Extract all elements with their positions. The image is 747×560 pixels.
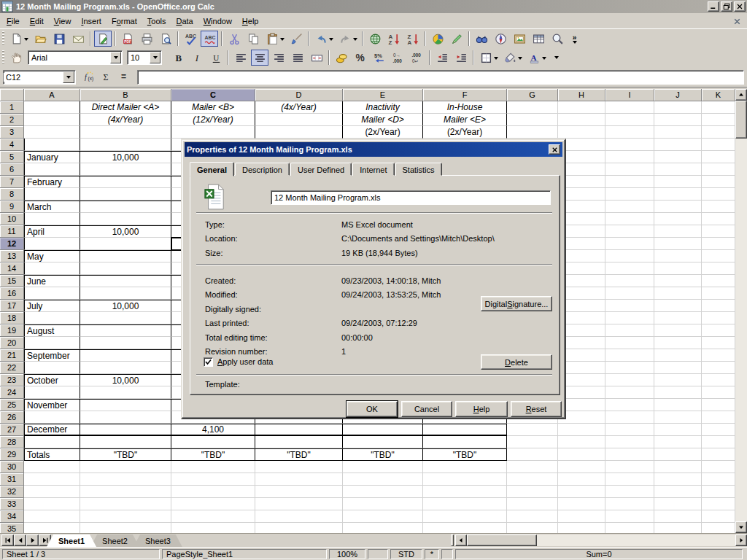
cell-K12[interactable] bbox=[702, 238, 735, 250]
cell-B2[interactable]: (4x/Year) bbox=[80, 114, 171, 126]
cell-K31[interactable] bbox=[702, 473, 735, 486]
digital-signature-button[interactable]: Digital Signature... bbox=[481, 296, 552, 311]
cell-K6[interactable] bbox=[702, 163, 735, 176]
print-button[interactable] bbox=[138, 31, 155, 47]
cell-I22[interactable] bbox=[605, 362, 654, 374]
cell-G32[interactable] bbox=[507, 486, 558, 498]
cut-button[interactable] bbox=[225, 31, 243, 47]
navigator-button[interactable] bbox=[492, 31, 509, 47]
cell-A30[interactable] bbox=[24, 461, 80, 473]
cell-K25[interactable] bbox=[702, 399, 735, 411]
row-header-33[interactable]: 33 bbox=[0, 498, 24, 510]
cell-H30[interactable] bbox=[558, 461, 605, 473]
save-button[interactable] bbox=[50, 31, 68, 47]
cell-B28[interactable] bbox=[80, 436, 171, 448]
cell-K22[interactable] bbox=[702, 362, 735, 374]
cell-I19[interactable] bbox=[605, 324, 654, 337]
cell-I21[interactable] bbox=[605, 349, 654, 362]
cell-D34[interactable] bbox=[255, 510, 343, 523]
cell-K1[interactable] bbox=[702, 101, 735, 114]
cell-K27[interactable] bbox=[702, 424, 735, 436]
cell-H2[interactable] bbox=[558, 114, 605, 126]
cell-F30[interactable] bbox=[423, 461, 507, 473]
cell-G35[interactable] bbox=[507, 523, 558, 533]
cell-D32[interactable] bbox=[255, 486, 343, 498]
row-header-7[interactable]: 7 bbox=[0, 176, 24, 188]
cell-K17[interactable] bbox=[702, 300, 735, 312]
standard-format-button[interactable]: $% bbox=[371, 50, 388, 66]
cell-J29[interactable] bbox=[654, 448, 702, 461]
row-header-27[interactable]: 27 bbox=[0, 424, 24, 436]
percent-button[interactable]: % bbox=[352, 50, 369, 66]
cell-A12[interactable] bbox=[24, 238, 80, 250]
cell-I10[interactable] bbox=[605, 213, 654, 225]
cell-K14[interactable] bbox=[702, 262, 735, 275]
cell-I30[interactable] bbox=[605, 461, 654, 473]
cell-B35[interactable] bbox=[80, 523, 171, 533]
menu-item-file[interactable]: File bbox=[1, 15, 25, 28]
cell-D35[interactable] bbox=[255, 523, 343, 533]
cell-J17[interactable] bbox=[654, 300, 702, 312]
row-header-22[interactable]: 22 bbox=[0, 362, 24, 374]
cell-A1[interactable] bbox=[24, 101, 80, 114]
paste-button[interactable] bbox=[263, 31, 286, 47]
cell-B31[interactable] bbox=[80, 473, 171, 486]
toolbar-grip[interactable] bbox=[2, 31, 4, 46]
cell-J10[interactable] bbox=[654, 213, 702, 225]
sheet-tab-sheet2[interactable]: Sheet2 bbox=[90, 534, 139, 547]
cell-G34[interactable] bbox=[507, 510, 558, 523]
cell-B26[interactable] bbox=[80, 411, 171, 424]
delete-button[interactable]: Delete bbox=[481, 354, 552, 370]
cell-D28[interactable] bbox=[255, 436, 343, 448]
row-header-10[interactable]: 10 bbox=[0, 213, 24, 225]
font-name-dropdown-button[interactable] bbox=[110, 52, 121, 63]
cell-K21[interactable] bbox=[702, 349, 735, 362]
cell-A2[interactable] bbox=[24, 114, 80, 126]
row-header-5[interactable]: 5 bbox=[0, 151, 24, 163]
cell-F3[interactable]: (2x/Year) bbox=[423, 126, 507, 139]
toolbar-overflow-button[interactable]: » bbox=[568, 31, 581, 47]
cell-G29[interactable] bbox=[507, 448, 558, 461]
row-header-29[interactable]: 29 bbox=[0, 448, 24, 461]
row-header-30[interactable]: 30 bbox=[0, 461, 24, 473]
cell-J5[interactable] bbox=[654, 151, 702, 163]
cell-I29[interactable] bbox=[605, 448, 654, 461]
underline-button[interactable]: U bbox=[207, 50, 225, 66]
borders-button[interactable] bbox=[477, 50, 500, 66]
name-box-dropdown-button[interactable] bbox=[63, 71, 74, 83]
merge-cells-button[interactable] bbox=[308, 50, 325, 66]
cell-I3[interactable] bbox=[605, 126, 654, 139]
cell-C2[interactable]: (12x/Year) bbox=[171, 114, 255, 126]
cell-A13[interactable]: May bbox=[24, 250, 80, 262]
cell-D27[interactable] bbox=[255, 424, 343, 436]
cell-F28[interactable] bbox=[423, 436, 507, 448]
menu-item-insert[interactable]: Insert bbox=[76, 15, 107, 28]
cell-J27[interactable] bbox=[654, 424, 702, 436]
cell-C1[interactable]: Mailer <B> bbox=[171, 101, 255, 114]
sort-ascending-button[interactable]: AZ bbox=[385, 31, 403, 47]
cell-J14[interactable] bbox=[654, 262, 702, 275]
cell-A10[interactable] bbox=[24, 213, 80, 225]
insert-chart-button[interactable] bbox=[429, 31, 446, 47]
row-header-28[interactable]: 28 bbox=[0, 436, 24, 448]
cell-A18[interactable] bbox=[24, 312, 80, 324]
close-document-button[interactable] bbox=[731, 15, 743, 27]
cell-K5[interactable] bbox=[702, 151, 735, 163]
cell-C33[interactable] bbox=[171, 498, 255, 510]
cell-B22[interactable] bbox=[80, 362, 171, 374]
cell-K34[interactable] bbox=[702, 510, 735, 523]
cell-J25[interactable] bbox=[654, 399, 702, 411]
cell-G3[interactable] bbox=[507, 126, 558, 139]
cell-K30[interactable] bbox=[702, 461, 735, 473]
tab-splitter-handle[interactable] bbox=[451, 534, 454, 546]
cell-I23[interactable] bbox=[605, 374, 654, 386]
decrease-indent-button[interactable] bbox=[433, 50, 451, 66]
background-color-button[interactable] bbox=[501, 50, 524, 66]
gallery-button[interactable] bbox=[511, 31, 528, 47]
cell-K19[interactable] bbox=[702, 324, 735, 337]
cell-B4[interactable] bbox=[80, 139, 171, 151]
cell-J9[interactable] bbox=[654, 201, 702, 213]
sum-button[interactable]: Σ bbox=[99, 70, 114, 85]
cell-B14[interactable] bbox=[80, 262, 171, 275]
horizontal-scroll-thumb[interactable] bbox=[467, 534, 537, 546]
